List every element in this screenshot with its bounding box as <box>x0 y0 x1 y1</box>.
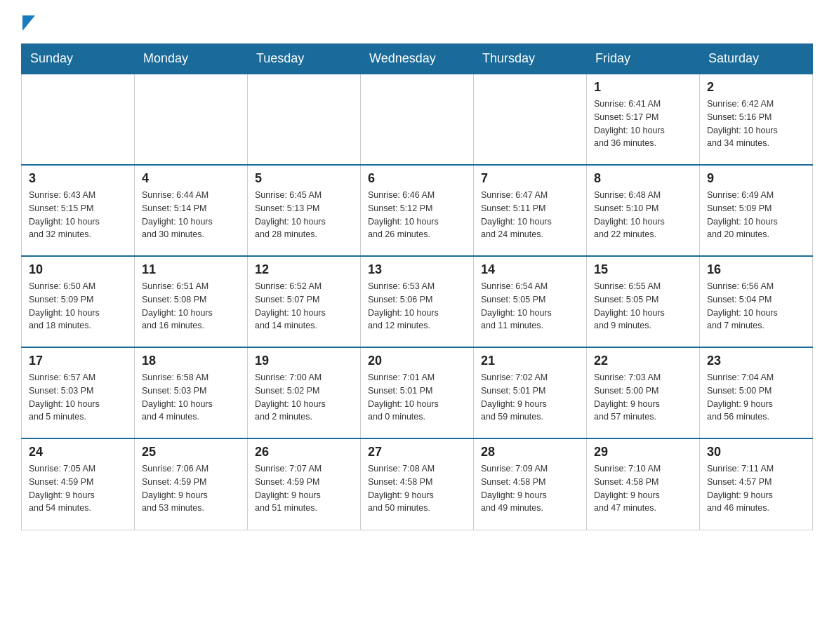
calendar-cell: 28Sunrise: 7:09 AM Sunset: 4:58 PM Dayli… <box>474 438 587 530</box>
calendar-cell: 12Sunrise: 6:52 AM Sunset: 5:07 PM Dayli… <box>248 256 361 347</box>
day-info: Sunrise: 7:00 AM Sunset: 5:02 PM Dayligh… <box>255 371 353 424</box>
calendar-cell: 20Sunrise: 7:01 AM Sunset: 5:01 PM Dayli… <box>361 347 474 438</box>
day-number: 6 <box>368 171 466 186</box>
day-number: 10 <box>29 262 127 277</box>
logo-triangle-icon <box>22 15 35 31</box>
calendar-cell: 5Sunrise: 6:45 AM Sunset: 5:13 PM Daylig… <box>248 165 361 256</box>
calendar-cell: 23Sunrise: 7:04 AM Sunset: 5:00 PM Dayli… <box>700 347 813 438</box>
day-number: 4 <box>142 171 240 186</box>
week-row-1: 1Sunrise: 6:41 AM Sunset: 5:17 PM Daylig… <box>22 74 813 165</box>
week-row-4: 17Sunrise: 6:57 AM Sunset: 5:03 PM Dayli… <box>22 347 813 438</box>
day-number: 29 <box>594 445 692 459</box>
day-number: 7 <box>481 171 579 186</box>
day-number: 16 <box>707 262 805 277</box>
calendar-cell: 8Sunrise: 6:48 AM Sunset: 5:10 PM Daylig… <box>587 165 700 256</box>
calendar-cell: 11Sunrise: 6:51 AM Sunset: 5:08 PM Dayli… <box>135 256 248 347</box>
day-number: 9 <box>707 171 805 186</box>
day-info: Sunrise: 6:45 AM Sunset: 5:13 PM Dayligh… <box>255 189 353 241</box>
weekday-header-monday: Monday <box>135 44 248 74</box>
weekday-header-sunday: Sunday <box>22 44 135 74</box>
calendar-cell: 16Sunrise: 6:56 AM Sunset: 5:04 PM Dayli… <box>700 256 813 347</box>
day-info: Sunrise: 7:03 AM Sunset: 5:00 PM Dayligh… <box>594 371 692 424</box>
svg-marker-0 <box>22 15 35 31</box>
day-number: 2 <box>707 80 805 95</box>
day-number: 20 <box>368 354 466 368</box>
weekday-header-thursday: Thursday <box>474 44 587 74</box>
day-number: 17 <box>29 354 127 368</box>
day-info: Sunrise: 6:58 AM Sunset: 5:03 PM Dayligh… <box>142 371 240 424</box>
calendar-cell: 15Sunrise: 6:55 AM Sunset: 5:05 PM Dayli… <box>587 256 700 347</box>
day-info: Sunrise: 6:56 AM Sunset: 5:04 PM Dayligh… <box>707 280 805 333</box>
calendar-cell: 13Sunrise: 6:53 AM Sunset: 5:06 PM Dayli… <box>361 256 474 347</box>
day-number: 23 <box>707 354 805 368</box>
day-number: 5 <box>255 171 353 186</box>
calendar-cell: 27Sunrise: 7:08 AM Sunset: 4:58 PM Dayli… <box>361 438 474 530</box>
day-info: Sunrise: 6:43 AM Sunset: 5:15 PM Dayligh… <box>29 189 127 241</box>
day-number: 22 <box>594 354 692 368</box>
weekday-header-friday: Friday <box>587 44 700 74</box>
day-info: Sunrise: 6:54 AM Sunset: 5:05 PM Dayligh… <box>481 280 579 333</box>
day-number: 26 <box>255 445 353 459</box>
day-number: 8 <box>594 171 692 186</box>
day-number: 24 <box>29 445 127 459</box>
week-row-5: 24Sunrise: 7:05 AM Sunset: 4:59 PM Dayli… <box>22 438 813 530</box>
calendar-cell <box>474 74 587 165</box>
day-number: 19 <box>255 354 353 368</box>
calendar-cell: 25Sunrise: 7:06 AM Sunset: 4:59 PM Dayli… <box>135 438 248 530</box>
weekday-header-row: SundayMondayTuesdayWednesdayThursdayFrid… <box>22 44 813 74</box>
day-number: 28 <box>481 445 579 459</box>
weekday-header-tuesday: Tuesday <box>248 44 361 74</box>
day-info: Sunrise: 6:42 AM Sunset: 5:16 PM Dayligh… <box>707 98 805 150</box>
day-info: Sunrise: 7:04 AM Sunset: 5:00 PM Dayligh… <box>707 371 805 424</box>
calendar-cell: 6Sunrise: 6:46 AM Sunset: 5:12 PM Daylig… <box>361 165 474 256</box>
calendar-cell: 17Sunrise: 6:57 AM Sunset: 5:03 PM Dayli… <box>22 347 135 438</box>
day-info: Sunrise: 6:55 AM Sunset: 5:05 PM Dayligh… <box>594 280 692 333</box>
day-info: Sunrise: 7:01 AM Sunset: 5:01 PM Dayligh… <box>368 371 466 424</box>
day-number: 14 <box>481 262 579 277</box>
day-info: Sunrise: 6:49 AM Sunset: 5:09 PM Dayligh… <box>707 189 805 241</box>
day-info: Sunrise: 7:06 AM Sunset: 4:59 PM Dayligh… <box>142 462 240 515</box>
calendar-cell: 7Sunrise: 6:47 AM Sunset: 5:11 PM Daylig… <box>474 165 587 256</box>
day-info: Sunrise: 6:50 AM Sunset: 5:09 PM Dayligh… <box>29 280 127 333</box>
day-number: 18 <box>142 354 240 368</box>
day-number: 12 <box>255 262 353 277</box>
calendar-cell <box>361 74 474 165</box>
day-info: Sunrise: 7:08 AM Sunset: 4:58 PM Dayligh… <box>368 462 466 515</box>
calendar-cell <box>22 74 135 165</box>
day-number: 1 <box>594 80 692 95</box>
day-info: Sunrise: 7:11 AM Sunset: 4:57 PM Dayligh… <box>707 462 805 515</box>
day-info: Sunrise: 6:44 AM Sunset: 5:14 PM Dayligh… <box>142 189 240 241</box>
day-info: Sunrise: 7:05 AM Sunset: 4:59 PM Dayligh… <box>29 462 127 515</box>
day-info: Sunrise: 7:09 AM Sunset: 4:58 PM Dayligh… <box>481 462 579 515</box>
logo <box>21 14 35 29</box>
day-info: Sunrise: 7:02 AM Sunset: 5:01 PM Dayligh… <box>481 371 579 424</box>
calendar-cell: 24Sunrise: 7:05 AM Sunset: 4:59 PM Dayli… <box>22 438 135 530</box>
day-info: Sunrise: 6:48 AM Sunset: 5:10 PM Dayligh… <box>594 189 692 241</box>
day-number: 13 <box>368 262 466 277</box>
day-number: 25 <box>142 445 240 459</box>
day-number: 11 <box>142 262 240 277</box>
calendar-cell: 18Sunrise: 6:58 AM Sunset: 5:03 PM Dayli… <box>135 347 248 438</box>
day-info: Sunrise: 7:10 AM Sunset: 4:58 PM Dayligh… <box>594 462 692 515</box>
calendar-cell: 2Sunrise: 6:42 AM Sunset: 5:16 PM Daylig… <box>700 74 813 165</box>
day-info: Sunrise: 6:41 AM Sunset: 5:17 PM Dayligh… <box>594 98 692 150</box>
day-info: Sunrise: 6:57 AM Sunset: 5:03 PM Dayligh… <box>29 371 127 424</box>
calendar-cell: 3Sunrise: 6:43 AM Sunset: 5:15 PM Daylig… <box>22 165 135 256</box>
calendar-table: SundayMondayTuesdayWednesdayThursdayFrid… <box>21 43 813 530</box>
calendar-cell: 19Sunrise: 7:00 AM Sunset: 5:02 PM Dayli… <box>248 347 361 438</box>
week-row-3: 10Sunrise: 6:50 AM Sunset: 5:09 PM Dayli… <box>22 256 813 347</box>
day-number: 3 <box>29 171 127 186</box>
day-info: Sunrise: 6:51 AM Sunset: 5:08 PM Dayligh… <box>142 280 240 333</box>
calendar-cell: 10Sunrise: 6:50 AM Sunset: 5:09 PM Dayli… <box>22 256 135 347</box>
calendar-cell: 30Sunrise: 7:11 AM Sunset: 4:57 PM Dayli… <box>700 438 813 530</box>
day-number: 15 <box>594 262 692 277</box>
day-info: Sunrise: 6:47 AM Sunset: 5:11 PM Dayligh… <box>481 189 579 241</box>
calendar-cell: 9Sunrise: 6:49 AM Sunset: 5:09 PM Daylig… <box>700 165 813 256</box>
weekday-header-wednesday: Wednesday <box>361 44 474 74</box>
day-info: Sunrise: 6:53 AM Sunset: 5:06 PM Dayligh… <box>368 280 466 333</box>
calendar-cell: 14Sunrise: 6:54 AM Sunset: 5:05 PM Dayli… <box>474 256 587 347</box>
calendar-cell: 21Sunrise: 7:02 AM Sunset: 5:01 PM Dayli… <box>474 347 587 438</box>
calendar-cell <box>248 74 361 165</box>
weekday-header-saturday: Saturday <box>700 44 813 74</box>
day-info: Sunrise: 6:52 AM Sunset: 5:07 PM Dayligh… <box>255 280 353 333</box>
